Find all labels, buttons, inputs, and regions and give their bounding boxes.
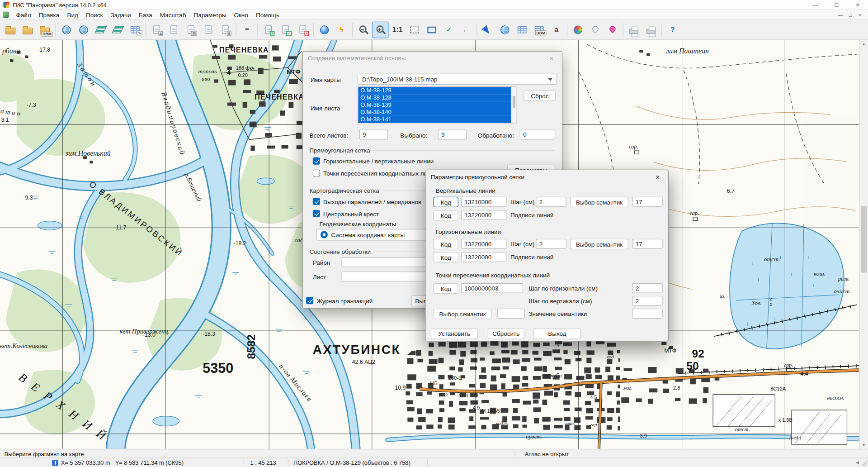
menu-search[interactable]: Поиск xyxy=(82,11,106,18)
vertical-semantic-field[interactable]: 17 xyxy=(632,197,662,207)
title-bar[interactable]: ГИС "Панорама" версия 14.0.2 x64 — □ × xyxy=(0,0,868,10)
mdi-restore-icon[interactable]: □ xyxy=(846,12,855,17)
points-code-field[interactable]: 1000000003 xyxy=(461,283,523,293)
sheet-grid-icon[interactable]: # xyxy=(217,21,234,38)
select-cursor-icon[interactable] xyxy=(479,21,496,38)
menu-window[interactable]: Окно xyxy=(230,11,252,18)
scroll-left-icon[interactable]: ◀ xyxy=(856,460,859,465)
sheet-map-icon[interactable] xyxy=(165,21,182,38)
map-vertical-scrollbar[interactable]: ▲ ▼ xyxy=(859,40,868,449)
menu-view[interactable]: Вид xyxy=(63,11,82,18)
sheet-clouds-icon[interactable] xyxy=(200,21,217,38)
horizontal-step-field[interactable]: 2 xyxy=(536,239,566,249)
print-icon[interactable] xyxy=(626,21,642,38)
dialog-title-bar[interactable]: Создание математической основы × xyxy=(303,52,562,65)
list-icon[interactable]: ≡ xyxy=(239,21,255,38)
checkbox-hv-lines[interactable]: Горизонтальные / вертикальные линии xyxy=(313,157,434,165)
back-icon[interactable]: ← xyxy=(458,21,475,38)
sheet-ok-icon[interactable]: ✓ xyxy=(277,21,294,38)
bookmark-icon[interactable] xyxy=(587,21,604,38)
code-button[interactable]: Код xyxy=(434,197,458,207)
vertical-code-field[interactable]: 13210000 xyxy=(461,197,506,207)
selected-field[interactable]: 9 xyxy=(438,130,467,140)
sheet-list-item[interactable]: O.M-38-140 xyxy=(358,109,516,116)
sheet-add-icon[interactable]: + xyxy=(260,21,277,38)
coord-system-selector[interactable]: Система координат карты xyxy=(316,229,425,241)
scale-1-1-icon[interactable]: 1:1 xyxy=(389,21,406,38)
sheet-list-item[interactable]: O.M-38-129 xyxy=(358,87,516,94)
checkbox-meridians[interactable]: Выходы параллелей / меридианов xyxy=(313,198,421,205)
map-select-icon[interactable] xyxy=(496,21,513,38)
processed-field[interactable]: 0 xyxy=(520,130,555,140)
mdi-minimize-icon[interactable]: — xyxy=(836,12,845,17)
menu-scale[interactable]: Масштаб xyxy=(156,11,190,18)
semantic-value-field[interactable] xyxy=(632,309,662,319)
legend-icon[interactable] xyxy=(109,21,126,38)
semantics-button[interactable]: Выбор семантик xyxy=(434,309,492,319)
semantics-button[interactable]: Выбор семантик xyxy=(570,197,628,207)
sheet-listbox[interactable]: O.M-38-129O.M-38-128O.M-38-139O.M-38-140… xyxy=(358,86,516,124)
object-list-icon[interactable] xyxy=(514,21,530,38)
horizontal-semantic-field[interactable]: 17 xyxy=(632,239,662,249)
sheet-list-item[interactable]: O.M-38-141 xyxy=(358,116,516,123)
fit-frame-icon[interactable] xyxy=(424,21,440,38)
menu-help[interactable]: Помощь xyxy=(252,11,283,18)
menu-file[interactable]: Файл xyxy=(12,11,35,18)
vertical-step-field[interactable]: 2 xyxy=(536,197,566,207)
open-dbm-icon[interactable]: DBM xyxy=(37,21,53,38)
sheet-list-item[interactable]: O.M-38-128 xyxy=(358,94,516,101)
vertical-labels-code-field[interactable]: 13220000 xyxy=(461,210,506,220)
listbox-scrollbar[interactable] xyxy=(511,87,516,124)
scroll-down-icon[interactable]: ▼ xyxy=(860,440,868,448)
code-button[interactable]: Код xyxy=(434,283,458,294)
map-name-combobox[interactable]: D:\Topo_100\M-38-115.map xyxy=(358,74,557,85)
points-v-step-field[interactable]: 2 xyxy=(632,296,662,306)
menu-tasks[interactable]: Задачи xyxy=(107,11,135,18)
reset-button[interactable]: Сбросить xyxy=(488,328,524,339)
maximize-button[interactable]: □ xyxy=(826,0,847,10)
menu-params[interactable]: Параметры xyxy=(190,11,230,18)
horizontal-code-field[interactable]: 13220000 xyxy=(461,239,506,249)
zoom-in-icon[interactable]: + xyxy=(372,21,389,38)
code-button[interactable]: Код xyxy=(434,239,458,249)
sheet-chart-icon[interactable]: ▥ xyxy=(183,21,199,38)
horizontal-labels-code-field[interactable]: 13220000 xyxy=(461,252,506,262)
minimize-button[interactable]: — xyxy=(805,0,826,10)
accept-icon[interactable]: ✓ xyxy=(441,21,458,38)
sheet-delete-icon[interactable]: × xyxy=(294,21,311,38)
scroll-up-icon[interactable]: ▲ xyxy=(860,40,868,48)
apply-button[interactable]: Установить xyxy=(431,328,478,339)
site-edit-icon[interactable]: ✎ xyxy=(127,21,143,38)
geoportal-icon[interactable] xyxy=(75,21,92,38)
checkbox-intersection-points[interactable]: Точки пересечения координатных линий xyxy=(313,170,438,177)
chevron-down-icon[interactable] xyxy=(548,78,552,81)
resize-grip[interactable] xyxy=(861,461,867,466)
palette-icon[interactable] xyxy=(570,21,586,38)
sheet-list-item[interactable]: O.M-38-139 xyxy=(358,101,516,109)
checkbox-central-cross[interactable]: Центральный крест xyxy=(313,210,379,217)
menu-edit[interactable]: Правка xyxy=(35,11,63,18)
points-h-step-field[interactable]: 2 xyxy=(632,283,662,293)
close-icon[interactable]: × xyxy=(652,172,663,181)
bookmark-pink-icon[interactable] xyxy=(604,21,621,38)
code-button[interactable]: Код xyxy=(434,252,458,262)
text-a-icon[interactable]: a xyxy=(548,21,565,38)
menu-base[interactable]: База xyxy=(135,11,156,18)
dbm-table-icon[interactable]: DBM xyxy=(531,21,547,38)
reset-sheets-button[interactable]: Сброс xyxy=(524,91,556,101)
dialog-title-bar[interactable]: Параметры прямоугольной сетки × xyxy=(426,170,668,183)
select-area-icon[interactable] xyxy=(406,21,423,38)
code-button[interactable]: Код xyxy=(434,210,458,220)
sphere-3d-icon[interactable] xyxy=(316,21,333,38)
points-semantic-field[interactable] xyxy=(497,309,525,319)
sheet-text-icon[interactable]: a xyxy=(148,21,165,38)
create-map-icon[interactable] xyxy=(19,21,36,38)
exit-button[interactable]: Выход xyxy=(533,328,580,339)
semantics-button[interactable]: Выбор семантик xyxy=(570,239,628,249)
checkbox-journal[interactable]: Журнал транзакций xyxy=(306,297,373,304)
close-icon[interactable]: × xyxy=(546,54,557,62)
quick-launch-icon[interactable]: ϟ xyxy=(333,21,350,38)
scroll-thumb[interactable] xyxy=(861,206,867,273)
close-button[interactable]: × xyxy=(847,0,868,10)
total-sheets-field[interactable]: 9 xyxy=(359,130,388,140)
